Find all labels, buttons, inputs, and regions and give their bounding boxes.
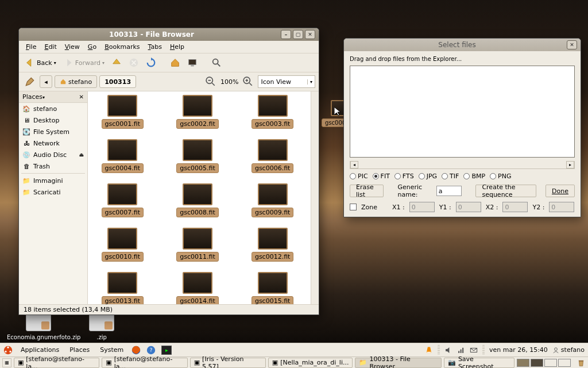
applications-menu[interactable]: Applications <box>18 345 61 355</box>
file-item[interactable]: gsc0015.fit <box>243 272 301 304</box>
titlebar[interactable]: 100313 - File Browser – ▢ ✕ <box>19 28 319 41</box>
mail-icon[interactable] <box>470 346 478 354</box>
user-menu[interactable]: stefano <box>552 346 585 354</box>
taskbar-item[interactable]: ▣[Iris - Version 5.57] <box>190 358 266 368</box>
scrollbar[interactable] <box>311 91 319 304</box>
breadcrumb-label: stefano <box>68 78 92 86</box>
format-radio-fts[interactable]: FTS <box>394 172 414 180</box>
home-button[interactable] <box>168 56 183 70</box>
sidebar-item-trash[interactable]: 🗑Trash <box>19 160 87 172</box>
back-button[interactable]: Back ▾ <box>22 56 59 70</box>
breadcrumb-home[interactable]: stefano <box>55 75 97 88</box>
sidebar-item-desktop[interactable]: 🖥Desktop <box>19 114 87 126</box>
create-sequence-button[interactable]: Create the sequence <box>475 185 536 197</box>
clock[interactable]: ven mar 26, 15:40 <box>489 346 548 354</box>
places-sidebar: Places▾ ✕ 🏠stefano🖥Desktop💽File System🖧N… <box>19 91 88 304</box>
menu-edit[interactable]: Edit <box>41 42 60 52</box>
zone-checkbox[interactable] <box>350 204 357 210</box>
volume-icon[interactable] <box>444 346 452 354</box>
file-item[interactable]: gsc0014.fit <box>169 272 227 304</box>
close-sidebar-button[interactable]: ✕ <box>79 94 84 100</box>
sidebar-item-audio-disc[interactable]: 💿Audio Disc⏏ <box>19 149 87 160</box>
show-desktop-button[interactable]: ▦ <box>2 358 11 367</box>
format-radio-fit[interactable]: FIT <box>373 172 390 180</box>
taskbar-item[interactable]: ▣[stefano@stefano-la... <box>14 358 99 368</box>
menu-help[interactable]: Help <box>167 42 188 52</box>
file-item[interactable]: gsc0013.fit <box>94 272 152 304</box>
done-button[interactable]: Done <box>546 185 575 197</box>
file-item[interactable]: gsc0002.fit <box>169 95 227 129</box>
search-button[interactable] <box>209 56 224 70</box>
file-item[interactable]: gsc0006.fit <box>243 139 301 173</box>
taskbar-item[interactable]: 📁100313 - File Browser <box>355 358 441 368</box>
svg-point-3 <box>213 59 218 64</box>
reload-button[interactable] <box>144 56 158 70</box>
menu-bookmarks[interactable]: Bookmarks <box>101 42 143 52</box>
scroll-left-button[interactable]: ◂ <box>350 161 358 168</box>
sidebar-bookmark-scaricati[interactable]: 📁Scaricati <box>19 186 87 198</box>
edit-path-button[interactable] <box>22 75 37 89</box>
help-icon[interactable]: ? <box>146 346 156 355</box>
firefox-icon[interactable] <box>131 346 141 355</box>
vlc-icon[interactable] <box>425 346 433 354</box>
erase-list-button[interactable]: Erase list <box>350 185 384 197</box>
sidebar-item-network[interactable]: 🖧Network <box>19 137 87 149</box>
file-thumb-icon <box>258 272 288 294</box>
generic-name-input[interactable] <box>436 186 462 196</box>
format-radio-tif[interactable]: TIF <box>442 172 459 180</box>
up-button[interactable] <box>109 56 124 70</box>
file-item[interactable]: gsc0007.fit <box>94 183 152 217</box>
ubuntu-logo-icon[interactable] <box>3 346 13 355</box>
network-icon[interactable] <box>457 346 465 354</box>
computer-button[interactable] <box>185 56 200 70</box>
menu-tabs[interactable]: Tabs <box>145 42 165 52</box>
terminal-icon[interactable]: ▸ <box>161 346 172 355</box>
trash-icon[interactable] <box>577 358 586 367</box>
format-radio-bmp[interactable]: BMP <box>463 172 485 180</box>
close-button[interactable]: ✕ <box>567 40 577 49</box>
scroll-right-button[interactable]: ▸ <box>566 161 574 168</box>
svg-point-8 <box>5 350 6 352</box>
file-item[interactable]: gsc0011.fit <box>169 228 227 262</box>
minimize-button[interactable]: – <box>281 30 291 39</box>
file-item[interactable]: gsc0005.fit <box>169 139 227 173</box>
titlebar[interactable]: Select files ✕ <box>344 39 581 51</box>
file-item[interactable]: gsc0003.fit <box>243 95 301 129</box>
sidebar-header[interactable]: Places▾ <box>22 93 45 101</box>
file-item[interactable]: gsc0004.fit <box>94 139 152 173</box>
places-menu[interactable]: Places <box>67 345 92 355</box>
format-radio-png[interactable]: PNG <box>490 172 511 180</box>
system-menu[interactable]: System <box>98 345 126 355</box>
format-radio-jpg[interactable]: JPG <box>419 172 437 180</box>
eject-icon[interactable]: ⏏ <box>79 152 84 158</box>
file-item[interactable]: gsc0010.fit <box>94 228 152 262</box>
network-icon: 🖧 <box>22 139 30 147</box>
sidebar-item-file-system[interactable]: 💽File System <box>19 126 87 137</box>
scrollbar[interactable]: ◂ ▸ <box>350 161 575 169</box>
maximize-button[interactable]: ▢ <box>293 30 303 39</box>
format-radio-pic[interactable]: PIC <box>350 172 368 180</box>
view-mode-select[interactable]: Icon View ▾ <box>258 75 315 88</box>
workspace-switcher[interactable] <box>517 359 571 367</box>
menu-view[interactable]: View <box>61 42 83 52</box>
file-item[interactable]: gsc0001.fit <box>94 95 152 129</box>
chevron-down-icon: ▾ <box>102 60 105 66</box>
computer-icon <box>187 57 198 68</box>
file-item[interactable]: gsc0009.fit <box>243 183 301 217</box>
path-back-button[interactable]: ◂ <box>40 75 52 88</box>
menu-go[interactable]: Go <box>84 42 100 52</box>
breadcrumb-current[interactable]: 100313 <box>99 75 136 88</box>
zoom-in-button[interactable] <box>241 75 256 89</box>
taskbar-item[interactable]: ▣[stefano@stefano-la... <box>102 358 187 368</box>
taskbar-item[interactable]: 📷Save Screenshot <box>444 358 514 368</box>
sidebar-bookmark-immagini[interactable]: 📁Immagini <box>19 175 87 186</box>
file-item[interactable]: gsc0012.fit <box>243 228 301 262</box>
zoom-out-button[interactable] <box>203 75 218 89</box>
file-item[interactable]: gsc0008.fit <box>169 183 227 217</box>
file-icon-view[interactable]: gsc0001.fitgsc0002.fitgsc0003.fitgsc0004… <box>88 91 319 304</box>
menu-file[interactable]: File <box>22 42 40 52</box>
taskbar-item[interactable]: ▣[Nella_mia_ora_di_li... <box>268 358 353 368</box>
sidebar-item-stefano[interactable]: 🏠stefano <box>19 103 87 114</box>
close-button[interactable]: ✕ <box>305 30 315 39</box>
file-drop-list[interactable] <box>350 66 575 158</box>
